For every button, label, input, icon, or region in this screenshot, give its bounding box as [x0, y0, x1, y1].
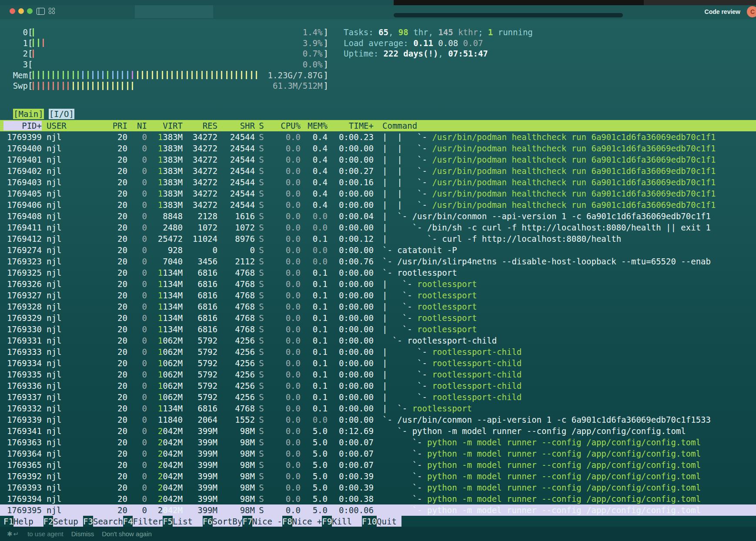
- fkey-f6-sortby[interactable]: F6SortBy: [203, 517, 243, 526]
- cell-virt: 2042M: [147, 471, 183, 481]
- fkey-f2-setup[interactable]: F2Setup: [43, 517, 84, 526]
- process-row-1769337[interactable]: 1769337njl2001062M57924256S0.00.10:00.00…: [0, 391, 756, 403]
- column-header-res[interactable]: RES: [183, 121, 217, 130]
- column-header-pri[interactable]: PRI: [86, 121, 127, 130]
- meter-tick: [53, 71, 54, 79]
- process-row-1769405[interactable]: 1769405njl2001383M3427224544S0.00.40:00.…: [0, 188, 756, 199]
- fkey-f9-kill[interactable]: F9Kill: [322, 517, 362, 526]
- fkey-f4-filter[interactable]: F4Filter: [123, 517, 163, 526]
- app-grid-icon[interactable]: [49, 8, 56, 14]
- dont-show-again-button[interactable]: Don't show again: [102, 530, 152, 538]
- dismiss-button[interactable]: Dismiss: [71, 530, 94, 538]
- column-header-virt[interactable]: VIRT: [147, 121, 183, 130]
- meter-tick: [157, 71, 158, 79]
- cell-command: | `- rootlessport-child: [374, 370, 756, 379]
- column-header-shr[interactable]: SHR: [217, 121, 255, 130]
- cell-shr: 4256: [217, 392, 255, 402]
- process-row-1769399[interactable]: 1769399njl2001383M3427224544S0.00.40:00.…: [0, 131, 756, 143]
- process-row-1769365[interactable]: 1769365njl2002042M399M98MS0.05.00:00.07 …: [0, 459, 756, 471]
- process-row-1769406[interactable]: 1769406njl2001383M3427224544S0.00.40:00.…: [0, 199, 756, 210]
- process-row-1769336[interactable]: 1769336njl2001062M57924256S0.00.10:00.00…: [0, 380, 756, 391]
- meter-tick: [191, 71, 193, 79]
- fkey-f7-nice--[interactable]: F7Nice -: [242, 517, 282, 526]
- process-row-1769400[interactable]: 1769400njl2001383M3427224544S0.00.40:00.…: [0, 143, 756, 154]
- cell-user: njl: [42, 189, 86, 198]
- sidebar-toggle-icon[interactable]: [37, 8, 45, 15]
- close-window-button[interactable]: [10, 8, 15, 14]
- cell-virt: 2042M: [147, 505, 183, 515]
- column-header-command[interactable]: Command: [374, 121, 756, 130]
- cell-virt: 1134M: [147, 404, 183, 413]
- cell-cpu: 0.0: [268, 245, 301, 255]
- process-row-1769412[interactable]: 1769412njl20025472110248976S0.00.10:00.1…: [0, 233, 756, 244]
- process-row-1769328[interactable]: 1769328njl2001134M68164768S0.00.10:00.00…: [0, 301, 756, 312]
- fkey-f3-search[interactable]: F3Search: [83, 517, 123, 526]
- process-row-1769392[interactable]: 1769392njl2002042M399M98MS0.05.00:00.39 …: [0, 471, 756, 482]
- process-row-1769332[interactable]: 1769332njl2001134M68164768S0.00.10:00.00…: [0, 403, 756, 414]
- process-row-1769334[interactable]: 1769334njl2001062M57924256S0.00.10:00.00…: [0, 357, 756, 369]
- tab-io[interactable]: [I/O]: [49, 109, 74, 119]
- process-row-1769408[interactable]: 1769408njl200884821281616S0.00.00:00.04|…: [0, 210, 756, 222]
- process-row-1769364[interactable]: 1769364njl2002042M399M98MS0.05.00:00.07 …: [0, 448, 756, 459]
- cell-ni: 0: [127, 437, 147, 447]
- cell-command: `- python -m model_runner --config /app/…: [374, 437, 756, 447]
- process-row-1769363[interactable]: 1769363njl2002042M399M98MS0.05.00:00.07 …: [0, 437, 756, 448]
- cell-pri: 20: [86, 234, 127, 244]
- process-row-1769393[interactable]: 1769393njl2002042M399M98MS0.05.00:00.39 …: [0, 482, 756, 493]
- process-row-1769330[interactable]: 1769330njl2001134M68164768S0.00.10:00.00…: [0, 324, 756, 335]
- process-row-1769323[interactable]: 1769323njl200704034562112S0.00.00:00.76`…: [0, 256, 756, 267]
- column-header-mem[interactable]: MEM%: [301, 121, 328, 130]
- code-review-button[interactable]: Code review: [705, 8, 740, 15]
- process-row-1769341[interactable]: 1769341njl2002042M399M98MS0.05.00:12.69 …: [0, 425, 756, 437]
- column-header-cpu[interactable]: CPU%: [268, 121, 301, 130]
- process-row-1769327[interactable]: 1769327njl2001134M68164768S0.00.10:00.00…: [0, 290, 756, 301]
- zoom-window-button[interactable]: [27, 8, 33, 14]
- fkey-f5-list[interactable]: F5List: [163, 517, 203, 526]
- fkey-key: F2: [43, 517, 54, 526]
- cell-shr: 1616: [217, 211, 255, 221]
- process-row-1769335[interactable]: 1769335njl2001062M57924256S0.00.10:00.00…: [0, 369, 756, 380]
- process-row-1769331[interactable]: 1769331njl2001062M57924256S0.00.10:00.00…: [0, 335, 756, 346]
- cell-virt: 2042M: [147, 483, 183, 492]
- column-header-pid[interactable]: PID+: [3, 121, 42, 130]
- cell-pri: 20: [86, 189, 127, 198]
- cell-shr: 24544: [217, 155, 255, 164]
- column-header-state[interactable]: S: [255, 121, 268, 130]
- minimize-window-button[interactable]: [18, 8, 24, 14]
- process-row-1769326[interactable]: 1769326njl2001134M68164768S0.00.10:00.00…: [0, 278, 756, 290]
- tab-main[interactable]: [Main]: [13, 109, 44, 119]
- process-row-1769325[interactable]: 1769325njl2001134M68164768S0.00.10:00.00…: [0, 267, 756, 278]
- fkey-f10-quit[interactable]: F10Quit: [362, 517, 402, 526]
- process-row-1769403[interactable]: 1769403njl2001383M3427224544S0.00.40:00.…: [0, 177, 756, 188]
- process-row-1769333[interactable]: 1769333njl2001062M57924256S0.00.10:00.00…: [0, 346, 756, 357]
- cell-res: 399M: [183, 505, 217, 515]
- cell-user: njl: [42, 177, 86, 187]
- process-row-1769274[interactable]: 1769274njl20092800S0.00.00:00.00`- catat…: [0, 244, 756, 256]
- cell-command: | `- rootlessport: [374, 404, 756, 413]
- process-row-1769394[interactable]: 1769394njl2002042M399M98MS0.05.00:00.38 …: [0, 493, 756, 504]
- cell-cpu: 0.0: [268, 211, 301, 221]
- account-badge[interactable]: C: [747, 6, 756, 17]
- cell-time: 0:00.04: [328, 211, 374, 221]
- cell-user: njl: [42, 460, 86, 470]
- column-header-ni[interactable]: NI: [127, 121, 147, 130]
- process-row-1769402[interactable]: 1769402njl2001383M3427224544S0.00.40:00.…: [0, 165, 756, 177]
- column-header-time[interactable]: TIME+: [328, 121, 374, 130]
- process-row-1769329[interactable]: 1769329njl2001134M68164768S0.00.10:00.00…: [0, 312, 756, 324]
- fkey-f1-help[interactable]: F1Help: [3, 517, 43, 526]
- column-header-user[interactable]: USER: [42, 121, 86, 130]
- cell-command: | | `- /usr/bin/podman healthcheck run 6…: [374, 200, 756, 210]
- process-row-1769401[interactable]: 1769401njl2001383M3427224544S0.00.40:00.…: [0, 154, 756, 165]
- fkey-f8-nice-+[interactable]: F8Nice +: [282, 517, 322, 526]
- process-row-1769395[interactable]: 1769395njl2002042M399M98MS0.05.00:00.06 …: [0, 504, 756, 516]
- process-row-1769339[interactable]: 1769339njl2001184020641552S0.00.00:00.00…: [0, 414, 756, 425]
- cell-ni: 0: [127, 177, 147, 187]
- meter-bracket: [: [28, 70, 33, 80]
- cell-virt: 1062M: [147, 347, 183, 357]
- fkey-label: Help: [13, 516, 43, 527]
- meter-bracket: [: [28, 27, 33, 37]
- process-row-1769411[interactable]: 1769411njl200248010721072S0.00.00:00.00|…: [0, 222, 756, 233]
- cell-state: S: [255, 291, 268, 300]
- cell-virt: 25472: [147, 234, 183, 244]
- cell-ni: 0: [127, 358, 147, 368]
